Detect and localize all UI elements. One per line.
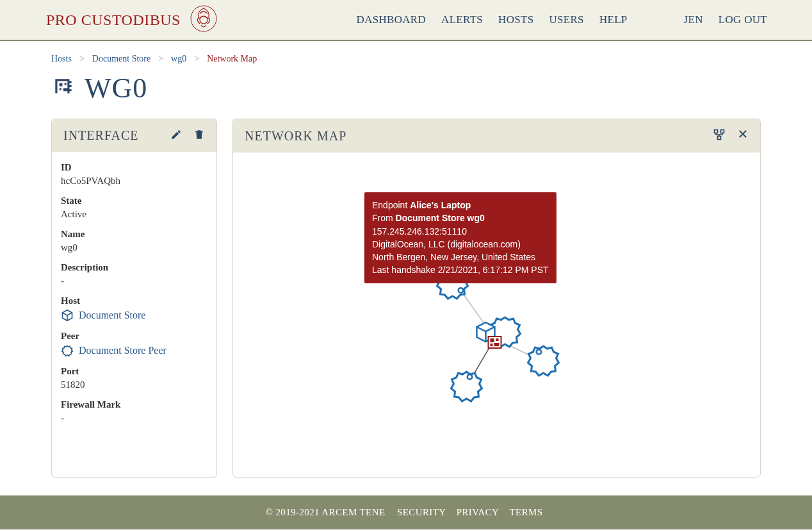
host-link-text: Document Store	[79, 310, 145, 321]
firewall-mark-value: -	[61, 413, 207, 424]
delete-icon[interactable]	[193, 129, 205, 143]
footer-terms[interactable]: TERMS	[510, 507, 543, 517]
crumb-current: Network Map	[207, 54, 257, 64]
interface-card-header: INTERFACE	[52, 119, 216, 152]
peer-link-text: Document Store Peer	[79, 345, 166, 356]
network-map-card: NETWORK MAP Endpoint Alice's Laptop From…	[232, 119, 761, 478]
tooltip-address: 157.245.246.132:51110	[372, 225, 549, 238]
svg-point-9	[459, 289, 462, 292]
description-label: Description	[61, 262, 207, 273]
port-label: Port	[61, 366, 207, 377]
nav-users[interactable]: USERS	[549, 13, 583, 26]
name-value: wg0	[61, 242, 207, 253]
edit-icon[interactable]	[170, 129, 182, 143]
state-label: State	[61, 195, 207, 206]
tooltip-from-label: From	[372, 213, 396, 223]
network-map-header: NETWORK MAP	[233, 119, 760, 153]
host-link[interactable]: Document Store	[61, 309, 207, 322]
nav-help[interactable]: HELP	[599, 13, 628, 26]
breadcrumb: Hosts > Document Store > wg0 > Network M…	[51, 54, 761, 64]
svg-rect-2	[715, 130, 718, 133]
svg-point-17	[537, 351, 540, 354]
firewall-mark-label: Firewall Mark	[61, 399, 207, 410]
crumb-hosts[interactable]: Hosts	[51, 54, 72, 64]
footer-copyright: © 2019-2021 ARCEM TENE	[265, 507, 385, 517]
host-label: Host	[61, 295, 207, 306]
name-label: Name	[61, 229, 207, 240]
port-value: 51820	[61, 379, 207, 390]
medusa-logo-icon	[190, 4, 218, 35]
tooltip-from-name: Document Store wg0	[396, 213, 485, 223]
svg-rect-4	[718, 137, 721, 140]
network-map-title: NETWORK MAP	[245, 129, 346, 144]
crumb-sep: >	[194, 54, 199, 64]
top-nav: DASHBOARD ALERTS HOSTS USERS HELP JEN LO…	[357, 13, 767, 26]
svg-point-0	[191, 6, 216, 31]
id-value: hcCo5PVAQbh	[61, 176, 207, 187]
footer: © 2019-2021 ARCEM TENE SECURITY PRIVACY …	[0, 495, 812, 529]
brand[interactable]: PRO CUSTODIBUS	[46, 4, 218, 35]
interface-chip-icon	[51, 75, 76, 102]
interface-card: INTERFACE ID hcCo5PVAQbh State	[51, 119, 217, 478]
fit-graph-icon[interactable]	[713, 128, 726, 144]
network-map-canvas[interactable]: Endpoint Alice's Laptop From Document St…	[233, 153, 760, 477]
node-peer-bottom[interactable]	[451, 372, 482, 401]
svg-point-1	[200, 16, 207, 24]
state-value: Active	[61, 209, 207, 220]
peer-link[interactable]: Document Store Peer	[61, 344, 207, 357]
description-value: -	[61, 276, 207, 287]
top-header: PRO CUSTODIBUS DASHBOARD ALERTS HOSTS US…	[0, 0, 812, 41]
tooltip-endpoint-label: Endpoint	[372, 200, 410, 210]
crumb-document-store[interactable]: Document Store	[92, 54, 150, 64]
svg-point-19	[468, 376, 471, 379]
page-heading: WG0	[51, 72, 761, 104]
close-icon[interactable]	[737, 128, 749, 144]
interface-card-title: INTERFACE	[63, 128, 139, 143]
nav-dashboard[interactable]: DASHBOARD	[357, 13, 426, 26]
nav-hosts[interactable]: HOSTS	[498, 13, 533, 26]
tooltip-location: North Bergen, New Jersey, United States	[372, 251, 549, 263]
tooltip-endpoint-name: Alice's Laptop	[410, 200, 471, 210]
page-title: WG0	[85, 72, 147, 104]
svg-rect-14	[491, 344, 493, 346]
peer-label: Peer	[61, 331, 207, 342]
endpoint-tooltip: Endpoint Alice's Laptop From Document St…	[364, 192, 556, 283]
nav-logout[interactable]: LOG OUT	[719, 13, 767, 26]
node-peer-right[interactable]	[528, 346, 559, 376]
cube-icon	[61, 309, 74, 322]
nav-alerts[interactable]: ALERTS	[441, 13, 483, 26]
crumb-wg0[interactable]: wg0	[171, 54, 186, 64]
main-container: Hosts > Document Store > wg0 > Network M…	[0, 41, 812, 495]
svg-rect-12	[491, 338, 494, 342]
crumb-sep: >	[79, 54, 85, 64]
svg-rect-13	[496, 338, 499, 341]
svg-rect-15	[494, 343, 499, 346]
id-label: ID	[61, 162, 207, 173]
footer-privacy[interactable]: PRIVACY	[457, 507, 499, 517]
tooltip-isp: DigitalOcean, LLC (digitalocean.com)	[372, 238, 549, 251]
svg-rect-3	[721, 130, 724, 133]
nav-current-user[interactable]: JEN	[684, 13, 703, 26]
footer-security[interactable]: SECURITY	[397, 507, 446, 517]
brand-title: PRO CUSTODIBUS	[46, 12, 181, 29]
gear-icon	[61, 344, 74, 357]
tooltip-handshake: Last handshake 2/21/2021, 6:17:12 PM PST	[372, 263, 549, 276]
crumb-sep: >	[158, 54, 163, 64]
